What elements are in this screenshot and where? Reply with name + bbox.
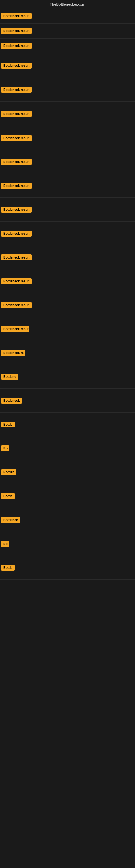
bottleneck-badge[interactable]: Bottle bbox=[1, 493, 14, 499]
bottleneck-badge[interactable]: Bottleneck result bbox=[1, 302, 32, 308]
bottleneck-badge[interactable]: Bottleneck result bbox=[1, 326, 30, 332]
bottleneck-badge[interactable]: Bottleneck result bbox=[1, 159, 32, 165]
bottleneck-badge[interactable]: Bottleneck result bbox=[1, 230, 32, 237]
bottleneck-section: Bottleneck result bbox=[0, 102, 135, 126]
bottleneck-section: Bottleneck result bbox=[0, 54, 135, 78]
site-title: TheBottlenecker.com bbox=[0, 0, 135, 9]
bottleneck-badge[interactable]: Bottleneck result bbox=[1, 111, 32, 117]
bottleneck-badge[interactable]: Bottleneck result bbox=[1, 28, 32, 34]
bottleneck-section: Bottleneck result bbox=[0, 198, 135, 222]
bottleneck-section: Bottleneck result bbox=[0, 174, 135, 198]
bottleneck-badge[interactable]: Bottlenec bbox=[1, 517, 20, 523]
bottleneck-section: Bottle bbox=[0, 556, 135, 580]
bottleneck-badge[interactable]: Bottleneck result bbox=[1, 87, 32, 93]
bottleneck-badge[interactable]: Bottleneck result bbox=[1, 278, 32, 284]
bottleneck-section: Bottleneck result bbox=[0, 269, 135, 293]
bottleneck-section: Bottleneck result bbox=[0, 78, 135, 102]
bottleneck-badge[interactable]: Bottlen bbox=[1, 469, 16, 475]
bottleneck-section: Bottleneck bbox=[0, 389, 135, 412]
bottleneck-badge[interactable]: Bottleneck result bbox=[1, 254, 32, 260]
bottleneck-section: Bottleneck result bbox=[0, 150, 135, 174]
bottleneck-section: Bottlenec bbox=[0, 508, 135, 532]
bottleneck-badge[interactable]: Bottle bbox=[1, 565, 14, 571]
bottleneck-badge[interactable]: Bottleneck re bbox=[1, 350, 25, 356]
bottleneck-badge[interactable]: Bottleneck bbox=[1, 398, 22, 404]
bottleneck-badge[interactable]: Bo bbox=[1, 445, 9, 452]
bottleneck-section: Bottleneck result bbox=[0, 38, 135, 54]
bottleneck-section: Bottleneck result bbox=[0, 9, 135, 24]
bottleneck-section: Bottleneck result bbox=[0, 126, 135, 150]
bottleneck-section: Bottle bbox=[0, 484, 135, 508]
bottleneck-section: Bottleneck result bbox=[0, 293, 135, 317]
bottleneck-badge[interactable]: Bottleneck result bbox=[1, 13, 32, 19]
bottleneck-badge[interactable]: Bottleneck result bbox=[1, 135, 32, 141]
bottleneck-badge[interactable]: Bottleneck result bbox=[1, 43, 32, 49]
bottleneck-section: Bottleneck result bbox=[0, 317, 135, 341]
bottleneck-section: Bo bbox=[0, 532, 135, 556]
bottleneck-section: Bottleneck result bbox=[0, 24, 135, 38]
bottleneck-badge[interactable]: Bo bbox=[1, 541, 9, 547]
bottleneck-section: Bottle bbox=[0, 412, 135, 436]
items-container: Bottleneck resultBottleneck resultBottle… bbox=[0, 9, 135, 580]
bottleneck-section: Bottlen bbox=[0, 460, 135, 484]
bottleneck-section: Bo bbox=[0, 436, 135, 460]
bottleneck-badge[interactable]: Bottleneck result bbox=[1, 63, 32, 69]
bottleneck-section: Bottleneck result bbox=[0, 222, 135, 246]
bottleneck-section: Bottlene bbox=[0, 365, 135, 389]
bottleneck-badge[interactable]: Bottle bbox=[1, 422, 14, 428]
bottleneck-badge[interactable]: Bottleneck result bbox=[1, 183, 32, 189]
bottleneck-section: Bottleneck result bbox=[0, 246, 135, 269]
bottleneck-badge[interactable]: Bottlene bbox=[1, 374, 18, 380]
bottleneck-section: Bottleneck re bbox=[0, 341, 135, 365]
bottleneck-badge[interactable]: Bottleneck result bbox=[1, 207, 32, 213]
